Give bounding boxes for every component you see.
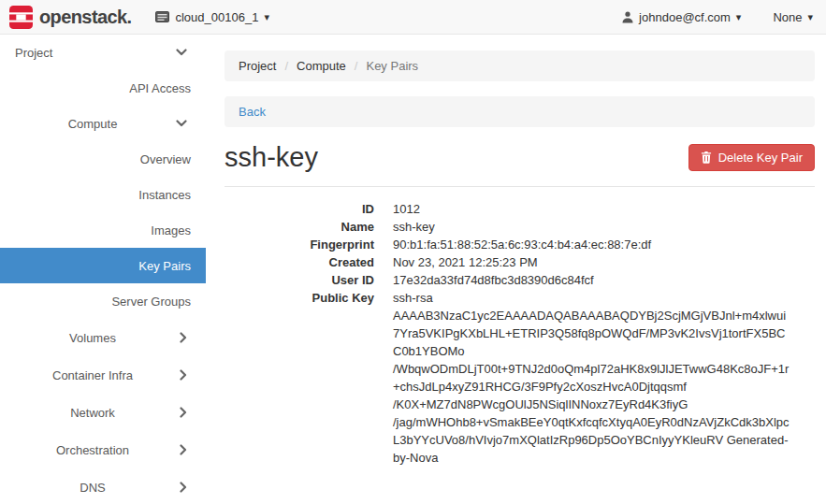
chevron-right-icon (180, 444, 187, 455)
sidebar-item-dns[interactable]: DNS (0, 468, 206, 504)
sidebar-item-label: Project (15, 46, 52, 60)
detail-label: Created (225, 253, 374, 271)
delete-button-label: Delete Key Pair (718, 151, 803, 165)
breadcrumb-key-pairs: Key Pairs (366, 58, 418, 74)
user-menu-label: johndoe@cf.com (639, 10, 731, 24)
sidebar-item-compute[interactable]: Compute (0, 106, 206, 141)
sidebar-item-label: Images (151, 223, 191, 238)
sidebar-item-label: Orchestration (56, 443, 129, 457)
back-bar: Back (225, 96, 815, 127)
sidebar-item-key-pairs[interactable]: Key Pairs (0, 248, 206, 283)
chevron-down-icon (176, 120, 187, 127)
sidebar-item-label: Server Groups (111, 295, 191, 309)
back-link[interactable]: Back (239, 105, 266, 119)
detail-row-public-key: Public Key ssh-rsa AAAAB3NzaC1yc2EAAAADA… (225, 289, 815, 467)
sidebar-item-overview[interactable]: Overview (0, 141, 206, 177)
sidebar-item-label: DNS (80, 481, 105, 495)
page-title: ssh-key (225, 142, 318, 172)
sidebar-item-server-groups[interactable]: Server Groups (0, 283, 206, 319)
detail-label: Name (225, 218, 374, 236)
sidebar-item-label: Network (70, 406, 115, 420)
sidebar-item-label: API Access (129, 81, 191, 95)
breadcrumb-compute[interactable]: Compute (297, 58, 346, 74)
sidebar-item-label: Key Pairs (138, 259, 191, 273)
region-dropdown[interactable]: None ▾ (773, 10, 813, 24)
breadcrumb-separator: / (355, 58, 358, 74)
detail-row-id: ID 1012 (225, 200, 815, 218)
list-icon (155, 11, 169, 22)
detail-row-user-id: User ID 17e32da33fd74d8fbc3d8390d6c84fcf (225, 271, 815, 289)
detail-label: ID (225, 200, 374, 218)
detail-value: Nov 23, 2021 12:25:23 PM (393, 253, 538, 271)
detail-value-public-key: ssh-rsa AAAAB3NzaC1yc2EAAAADAQABAAABAQDY… (393, 289, 790, 467)
sidebar-item-project[interactable]: Project (0, 35, 206, 70)
sidebar-item-volumes[interactable]: Volumes (0, 319, 206, 356)
sidebar-item-label: Volumes (69, 331, 116, 345)
sidebar-item-label: Container Infra (52, 368, 133, 382)
sidebar-item-label: Overview (140, 152, 191, 166)
detail-label: Fingerprint (225, 236, 374, 253)
openstack-logo-icon (9, 6, 33, 29)
sidebar-item-label: Compute (68, 117, 118, 131)
sidebar-nav: Project API Access Compute Overview Inst… (0, 35, 206, 504)
chevron-down-icon (176, 49, 187, 56)
project-selector-label: cloud_00106_1 (175, 10, 258, 24)
detail-row-fingerprint: Fingerprint 90:b1:fa:51:88:52:5a:6c:93:c… (225, 236, 815, 253)
sidebar-item-api-access[interactable]: API Access (0, 70, 206, 106)
caret-down-icon: ▾ (736, 12, 742, 22)
detail-label: Public Key (225, 289, 374, 467)
delete-key-pair-button[interactable]: Delete Key Pair (688, 144, 815, 171)
detail-value: 1012 (393, 200, 420, 218)
sidebar-item-container-infra[interactable]: Container Infra (0, 356, 206, 394)
brand-wordmark: openstack. (39, 7, 131, 28)
chevron-right-icon (180, 407, 187, 418)
person-icon (622, 11, 633, 23)
detail-value: 17e32da33fd74d8fbc3d8390d6c84fcf (393, 271, 594, 289)
key-pair-details: ID 1012 Name ssh-key Fingerprint 90:b1:f… (225, 200, 815, 467)
top-navbar: openstack. cloud_00106_1 ▾ johndoe@cf.co… (0, 0, 826, 35)
detail-value: ssh-key (393, 218, 435, 236)
caret-down-icon: ▾ (264, 12, 269, 22)
detail-value: 90:b1:fa:51:88:52:5a:6c:93:c4:b4:a4:ec:8… (393, 236, 651, 253)
sidebar-item-images[interactable]: Images (0, 212, 206, 248)
openstack-brand[interactable]: openstack. (9, 6, 131, 29)
chevron-right-icon (180, 482, 187, 493)
sidebar-item-instances[interactable]: Instances (0, 177, 206, 212)
chevron-right-icon (180, 369, 187, 381)
sidebar-item-network[interactable]: Network (0, 394, 206, 431)
detail-label: User ID (225, 271, 374, 289)
region-label: None (773, 10, 802, 24)
chevron-right-icon (180, 332, 187, 343)
breadcrumb-project[interactable]: Project (239, 58, 276, 74)
detail-row-created: Created Nov 23, 2021 12:25:23 PM (225, 253, 815, 271)
project-selector-dropdown[interactable]: cloud_00106_1 ▾ (155, 10, 268, 24)
caret-down-icon: ▾ (807, 12, 813, 22)
breadcrumb-separator: / (284, 58, 288, 74)
sidebar-item-label: Instances (138, 188, 191, 202)
trash-icon (701, 151, 712, 164)
main-content: Project / Compute / Key Pairs Back ssh-k… (225, 35, 815, 467)
sidebar-item-orchestration[interactable]: Orchestration (0, 431, 206, 468)
breadcrumb: Project / Compute / Key Pairs (225, 50, 815, 81)
page-header: ssh-key Delete Key Pair (225, 142, 815, 187)
detail-row-name: Name ssh-key (225, 218, 815, 236)
user-menu-dropdown[interactable]: johndoe@cf.com ▾ (622, 10, 741, 24)
